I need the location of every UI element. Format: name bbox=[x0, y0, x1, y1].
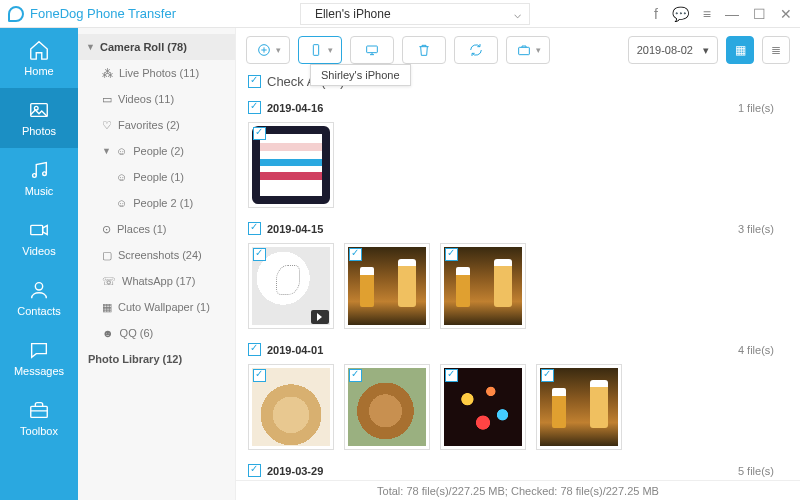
refresh-icon bbox=[468, 42, 484, 58]
photo-thumb[interactable] bbox=[248, 364, 334, 450]
sidebar-people-2[interactable]: ☺People 2 (1) bbox=[78, 190, 235, 216]
date-value: 2019-08-02 bbox=[637, 44, 693, 56]
svg-point-3 bbox=[43, 172, 47, 176]
checkbox-icon[interactable] bbox=[253, 369, 266, 382]
nav-videos[interactable]: Videos bbox=[0, 208, 78, 268]
grid-icon: ▦ bbox=[735, 43, 746, 57]
sidebar-whatsapp[interactable]: ☏WhatsApp (17) bbox=[78, 268, 235, 294]
delete-button[interactable] bbox=[402, 36, 446, 64]
checkbox-icon[interactable] bbox=[349, 248, 362, 261]
video-badge-icon bbox=[311, 310, 329, 324]
sidebar-favorites[interactable]: ♡Favorites (2) bbox=[78, 112, 235, 138]
sidebar-photo-library[interactable]: Photo Library (12) bbox=[78, 346, 235, 372]
sidebar-camera-roll[interactable]: ▼Camera Roll (78) bbox=[78, 34, 235, 60]
list-icon: ≣ bbox=[771, 43, 781, 57]
nav-label: Music bbox=[25, 185, 54, 197]
checkbox-icon[interactable] bbox=[445, 248, 458, 261]
checkbox-icon[interactable] bbox=[248, 101, 261, 114]
contacts-icon bbox=[28, 279, 50, 301]
sidebar-screenshots[interactable]: ▢Screenshots (24) bbox=[78, 242, 235, 268]
nav-contacts[interactable]: Contacts bbox=[0, 268, 78, 328]
nav-toolbox[interactable]: Toolbox bbox=[0, 388, 78, 448]
export-to-pc-button[interactable] bbox=[350, 36, 394, 64]
checkbox-icon[interactable] bbox=[253, 127, 266, 140]
nav-label: Toolbox bbox=[20, 425, 58, 437]
minimize-button[interactable]: — bbox=[725, 6, 739, 22]
photo-thumb[interactable] bbox=[344, 243, 430, 329]
section-count: 4 file(s) bbox=[738, 344, 788, 356]
section-head: 2019-04-01 4 file(s) bbox=[236, 339, 800, 360]
menu-icon[interactable]: ≡ bbox=[703, 6, 711, 22]
main-area: Home Photos Music Videos Contacts Messag… bbox=[0, 28, 800, 500]
date-filter[interactable]: 2019-08-02▾ bbox=[628, 36, 718, 64]
nav-label: Contacts bbox=[17, 305, 60, 317]
label: Places (1) bbox=[117, 223, 167, 235]
chevron-down-icon: ▾ bbox=[328, 45, 333, 55]
device-selector[interactable]: Ellen's iPhone ⌵ bbox=[300, 3, 530, 25]
svg-rect-4 bbox=[31, 225, 43, 234]
checkbox-icon[interactable] bbox=[248, 222, 261, 235]
maximize-button[interactable]: ☐ bbox=[753, 6, 766, 22]
label: QQ (6) bbox=[120, 327, 154, 339]
photo-thumb[interactable] bbox=[344, 364, 430, 450]
checkbox-icon[interactable] bbox=[349, 369, 362, 382]
checkbox-icon[interactable] bbox=[445, 369, 458, 382]
chat-icon[interactable]: 💬 bbox=[672, 6, 689, 22]
thumb-row bbox=[236, 360, 800, 460]
photo-thumb[interactable] bbox=[248, 243, 334, 329]
messages-icon bbox=[28, 339, 50, 361]
nav-home[interactable]: Home bbox=[0, 28, 78, 88]
section-date: 2019-03-29 bbox=[267, 465, 323, 477]
close-button[interactable]: ✕ bbox=[780, 6, 792, 22]
checkbox-icon[interactable] bbox=[248, 343, 261, 356]
checkbox-icon[interactable] bbox=[253, 248, 266, 261]
checkbox-icon[interactable] bbox=[248, 464, 261, 477]
whatsapp-icon: ☏ bbox=[102, 275, 116, 288]
photo-thumb[interactable] bbox=[536, 364, 622, 450]
sidebar-places[interactable]: ⊙Places (1) bbox=[78, 216, 235, 242]
list-view-button[interactable]: ≣ bbox=[762, 36, 790, 64]
label: Screenshots (24) bbox=[118, 249, 202, 261]
sidebar-cuto[interactable]: ▦Cuto Wallpaper (1) bbox=[78, 294, 235, 320]
checkbox-icon[interactable] bbox=[248, 75, 261, 88]
qq-icon: ☻ bbox=[102, 327, 114, 339]
dedupe-button[interactable]: ▾ bbox=[506, 36, 550, 64]
chevron-down-icon: ⌵ bbox=[514, 7, 521, 21]
sidebar-people-1[interactable]: ☺People (1) bbox=[78, 164, 235, 190]
caret-down-icon: ▼ bbox=[86, 42, 94, 52]
refresh-button[interactable] bbox=[454, 36, 498, 64]
phone-transfer-icon bbox=[308, 42, 324, 58]
photo-thumb[interactable] bbox=[440, 364, 526, 450]
grid-view-button[interactable]: ▦ bbox=[726, 36, 754, 64]
caret-down-icon: ▼ bbox=[102, 146, 110, 156]
briefcase-icon bbox=[516, 42, 532, 58]
section-date: 2019-04-15 bbox=[267, 223, 323, 235]
sidebar-live-photos[interactable]: ⁂Live Photos (11) bbox=[78, 60, 235, 86]
svg-rect-9 bbox=[367, 46, 378, 53]
svg-point-2 bbox=[33, 174, 37, 178]
section-count: 1 file(s) bbox=[738, 102, 788, 114]
sidebar-videos[interactable]: ▭Videos (11) bbox=[78, 86, 235, 112]
photo-thumb[interactable] bbox=[248, 122, 334, 208]
checkbox-icon[interactable] bbox=[541, 369, 554, 382]
export-to-device-button[interactable]: ▾ bbox=[298, 36, 342, 64]
photo-thumb[interactable] bbox=[440, 243, 526, 329]
nav-music[interactable]: Music bbox=[0, 148, 78, 208]
wallpaper-icon: ▦ bbox=[102, 301, 112, 314]
device-name: Ellen's iPhone bbox=[315, 7, 391, 21]
nav-photos[interactable]: Photos bbox=[0, 88, 78, 148]
section-count: 3 file(s) bbox=[738, 223, 788, 235]
sidebar-qq[interactable]: ☻QQ (6) bbox=[78, 320, 235, 346]
add-button[interactable]: ▾ bbox=[246, 36, 290, 64]
label: Camera Roll (78) bbox=[100, 41, 187, 53]
sidebar-people[interactable]: ▼☺People (2) bbox=[78, 138, 235, 164]
chevron-down-icon: ▾ bbox=[276, 45, 281, 55]
feedback-icon[interactable]: f bbox=[654, 6, 658, 22]
nav-messages[interactable]: Messages bbox=[0, 328, 78, 388]
nav-label: Videos bbox=[22, 245, 55, 257]
music-icon bbox=[28, 159, 50, 181]
home-icon bbox=[28, 39, 50, 61]
label: Photo Library (12) bbox=[88, 353, 182, 365]
svg-rect-10 bbox=[518, 47, 529, 54]
video-icon: ▭ bbox=[102, 93, 112, 106]
